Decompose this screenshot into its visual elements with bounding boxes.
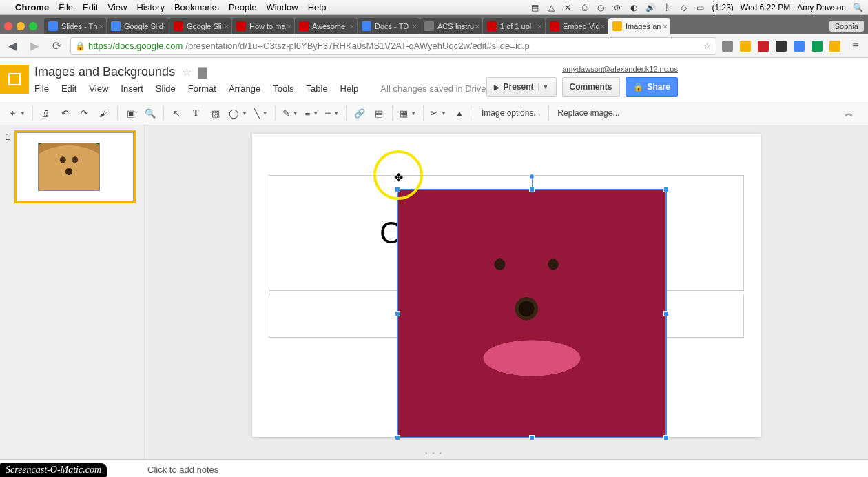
drive-icon[interactable]: △ <box>546 3 556 12</box>
close-tab-icon[interactable]: × <box>162 22 166 30</box>
crop-icon[interactable]: ✂▼ <box>428 104 449 122</box>
chevron-up-icon[interactable]: ︽ <box>842 106 856 120</box>
menu-edit[interactable]: Edit <box>61 83 76 94</box>
zoom-icon[interactable]: 🔍 <box>141 104 159 122</box>
resize-handle-e[interactable] <box>663 311 669 316</box>
extension-icon[interactable] <box>776 41 787 52</box>
speaker-notes[interactable]: Click to add notes <box>0 459 868 477</box>
align-icon[interactable]: ▦▼ <box>397 104 419 122</box>
resize-handle-se[interactable] <box>663 435 669 440</box>
chrome-profile[interactable]: Sophia <box>829 21 864 32</box>
mac-menu-view[interactable]: View <box>107 2 127 12</box>
select-tool-icon[interactable]: ↖ <box>168 104 186 122</box>
browser-tab[interactable]: Google Slid× <box>107 18 169 34</box>
rotation-handle[interactable] <box>529 174 535 179</box>
canvas[interactable]: C ✥ <box>145 125 868 459</box>
close-window-button[interactable] <box>4 22 12 30</box>
resize-handle-sw[interactable] <box>395 435 400 440</box>
close-tab-icon[interactable]: × <box>350 22 354 30</box>
mac-menu-window[interactable]: Window <box>266 2 298 12</box>
close-tab-icon[interactable]: × <box>538 22 542 30</box>
wifi-icon[interactable]: ◇ <box>679 3 688 12</box>
line-dash-icon[interactable]: ┉▼ <box>322 104 342 122</box>
mac-menu-people[interactable]: People <box>229 2 256 12</box>
present-button[interactable]: ▶Present▼ <box>486 77 557 97</box>
clock[interactable]: Wed 6:22 PM <box>741 3 790 12</box>
spotlight-icon[interactable]: 🔍 <box>853 3 862 12</box>
line-weight-icon[interactable]: ≡▼ <box>302 104 322 122</box>
image-options-button[interactable]: Image options... <box>477 104 544 122</box>
menu-table[interactable]: Table <box>307 83 328 94</box>
image-icon[interactable]: ▧ <box>207 104 225 122</box>
resize-handle-s[interactable] <box>529 435 535 440</box>
browser-tab[interactable]: Google Sli× <box>169 18 231 34</box>
mac-user[interactable]: Amy Dawson <box>797 3 846 12</box>
close-tab-icon[interactable]: × <box>601 22 605 30</box>
volume-icon[interactable]: 🔊 <box>645 3 655 12</box>
battery-icon[interactable]: ▭ <box>695 3 705 12</box>
browser-tab[interactable]: Embed Vid× <box>546 18 608 34</box>
present-dropdown-icon[interactable]: ▼ <box>538 83 549 90</box>
extension-icon[interactable] <box>794 41 805 52</box>
status-icon[interactable]: ▤ <box>530 3 539 12</box>
pinterest-icon[interactable] <box>758 41 769 52</box>
share-button[interactable]: 🔒Share <box>626 77 678 97</box>
browser-tab[interactable]: 1 of 1 upl× <box>483 18 545 34</box>
resize-handle-ne[interactable] <box>663 187 669 192</box>
link-icon[interactable]: 🔗 <box>351 104 369 122</box>
mac-menu-help[interactable]: Help <box>308 2 327 12</box>
line-icon[interactable]: ╲▼ <box>251 104 271 122</box>
print-icon[interactable]: 🖨 <box>37 104 55 122</box>
selected-image[interactable] <box>397 189 667 438</box>
extension-icon[interactable] <box>829 41 840 52</box>
menu-file[interactable]: File <box>34 83 49 94</box>
mac-menu-file[interactable]: File <box>59 2 73 12</box>
forward-button[interactable]: ▶ <box>26 38 43 54</box>
filmstrip[interactable]: 1 <box>0 125 145 459</box>
close-tab-icon[interactable]: × <box>225 22 229 30</box>
user-email[interactable]: amydawson@alexander.k12.nc.us <box>562 65 678 73</box>
address-bar[interactable]: 🔒 https://docs.google.com/presentation/d… <box>70 37 716 55</box>
browser-tab[interactable]: Awesome× <box>295 18 357 34</box>
resize-handle-w[interactable] <box>395 311 400 316</box>
comments-button[interactable]: Comments <box>562 77 620 97</box>
doc-title[interactable]: Images and Backgrounds <box>34 65 175 79</box>
status-icon[interactable]: ◐ <box>629 3 639 12</box>
extension-icon[interactable] <box>812 41 823 52</box>
mask-icon[interactable]: ▲ <box>451 104 468 122</box>
close-tab-icon[interactable]: × <box>475 22 479 30</box>
mac-app-name[interactable]: Chrome <box>15 2 49 12</box>
menu-help[interactable]: Help <box>340 83 359 94</box>
browser-tab[interactable]: ACS Instru× <box>420 18 482 34</box>
star-icon[interactable]: ☆ <box>182 65 192 79</box>
back-button[interactable]: ◀ <box>4 38 21 54</box>
extension-icon[interactable] <box>740 41 751 52</box>
undo-icon[interactable]: ↶ <box>56 104 74 122</box>
comment-icon[interactable]: ▤ <box>370 104 388 122</box>
menu-format[interactable]: Format <box>188 83 216 94</box>
redo-icon[interactable]: ↷ <box>76 104 94 122</box>
zoom-fit-icon[interactable]: ▣ <box>122 104 140 122</box>
bookmark-star-icon[interactable]: ☆ <box>703 41 712 51</box>
close-tab-icon[interactable]: × <box>99 22 103 30</box>
extension-icon[interactable] <box>722 41 733 52</box>
paint-format-icon[interactable]: 🖌 <box>95 104 113 122</box>
bluetooth-icon[interactable]: ᛒ <box>662 3 672 12</box>
browser-tab[interactable]: Docs - TD× <box>358 18 420 34</box>
new-slide-button[interactable]: ＋▼ <box>6 104 28 122</box>
resize-handle-n[interactable] <box>529 187 535 192</box>
slide[interactable]: C ✥ <box>252 134 761 437</box>
menu-tools[interactable]: Tools <box>273 83 293 94</box>
slide-thumbnail[interactable] <box>17 132 134 201</box>
browser-tab[interactable]: How to ma× <box>232 18 294 34</box>
close-tab-icon[interactable]: × <box>287 22 291 30</box>
notes-resize-grip[interactable]: • • • <box>425 449 443 457</box>
menu-insert[interactable]: Insert <box>121 83 143 94</box>
reload-button[interactable]: ⟳ <box>48 38 65 54</box>
menu-slide[interactable]: Slide <box>156 83 176 94</box>
browser-tab[interactable]: Images an× <box>608 18 670 34</box>
close-tab-icon[interactable]: × <box>663 22 668 30</box>
zoom-window-button[interactable] <box>29 22 37 30</box>
mac-menu-bookmarks[interactable]: Bookmarks <box>174 2 219 12</box>
mac-menu-edit[interactable]: Edit <box>83 2 98 12</box>
